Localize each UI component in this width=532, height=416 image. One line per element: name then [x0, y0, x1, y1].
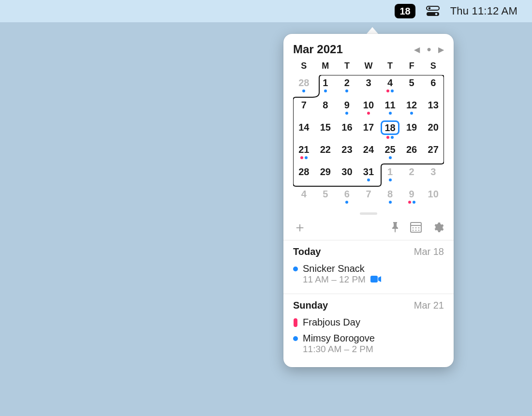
day-cell[interactable]: 24	[358, 142, 380, 164]
day-number: 26	[406, 144, 417, 155]
menubar-date-badge[interactable]: 18	[395, 4, 415, 18]
event-name: Frabjous Day	[303, 317, 360, 328]
control-center-icon[interactable]	[426, 6, 440, 16]
day-cell[interactable]: 1	[379, 164, 401, 186]
day-cell[interactable]: 3	[358, 75, 380, 97]
day-cell[interactable]: 27	[422, 142, 444, 164]
month-nav: ◀ ● ▶	[414, 45, 444, 54]
day-cell[interactable]: 9	[401, 186, 423, 208]
menubar-clock[interactable]: Thu 11:12 AM	[450, 5, 517, 17]
svg-point-11	[418, 230, 419, 231]
day-cell[interactable]: 28	[293, 75, 315, 97]
calendar-view-button[interactable]	[410, 222, 422, 233]
day-cell[interactable]: 6	[422, 75, 444, 97]
day-cell[interactable]: 5	[401, 75, 423, 97]
event-dots	[367, 112, 370, 116]
add-event-button[interactable]: ＋	[293, 222, 307, 233]
event-name: Mimsy Borogove	[303, 333, 375, 344]
event-dots	[345, 201, 348, 205]
day-number: 14	[298, 121, 309, 133]
settings-button[interactable]	[432, 222, 444, 233]
agenda-event[interactable]: Snicker Snack11 AM – 12 PM	[293, 261, 444, 288]
day-cell[interactable]: 7	[358, 186, 380, 208]
day-cell[interactable]: 10	[422, 186, 444, 208]
day-number: 10	[363, 99, 374, 111]
event-dots	[389, 201, 392, 205]
svg-rect-12	[370, 276, 378, 282]
agenda-event[interactable]: Frabjous Day	[293, 315, 444, 331]
day-cell[interactable]: 17	[358, 119, 380, 142]
day-cell[interactable]: 12	[401, 97, 423, 119]
day-cell[interactable]: 2	[401, 164, 423, 186]
day-cell[interactable]: 18	[379, 119, 401, 142]
day-cell[interactable]: 6	[336, 186, 358, 208]
dow-label: M	[315, 61, 337, 71]
agenda-section-date: Mar 21	[414, 300, 444, 311]
svg-point-10	[415, 230, 416, 231]
day-number: 5	[409, 77, 414, 89]
day-cell[interactable]: 13	[422, 97, 444, 119]
day-number: 3	[430, 166, 436, 178]
day-number: 25	[384, 144, 395, 155]
day-cell[interactable]: 5	[315, 186, 337, 208]
agenda-list: TodayMar 18Snicker Snack11 AM – 12 PMSun…	[293, 240, 444, 367]
day-cell[interactable]: 8	[315, 97, 337, 119]
agenda-section: SundayMar 21Frabjous DayMimsy Borogove11…	[293, 294, 444, 367]
day-number: 21	[298, 144, 309, 155]
day-number: 29	[320, 166, 331, 178]
event-marker-dot	[293, 267, 298, 271]
calendar-popover: Mar 2021 ◀ ● ▶ SMTWTFS 28123456789101112…	[283, 27, 454, 367]
day-cell[interactable]: 7	[293, 97, 315, 119]
day-cell[interactable]: 1	[315, 75, 337, 97]
day-cell[interactable]: 8	[379, 186, 401, 208]
day-cell[interactable]: 9	[336, 97, 358, 119]
day-cell[interactable]: 30	[336, 164, 358, 186]
day-cell[interactable]: 26	[401, 142, 423, 164]
event-dots	[389, 156, 392, 160]
agenda-section-header: TodayMar 18	[293, 246, 444, 257]
pin-button[interactable]	[391, 222, 399, 233]
day-cell[interactable]: 4	[293, 186, 315, 208]
day-number: 1	[387, 166, 393, 178]
day-number: 28	[298, 166, 309, 178]
day-cell[interactable]: 29	[315, 164, 337, 186]
prev-month-button[interactable]: ◀	[414, 45, 420, 54]
menubar: 18 Thu 11:12 AM	[0, 0, 532, 22]
svg-point-9	[413, 230, 414, 231]
day-cell[interactable]: 14	[293, 119, 315, 142]
day-cell[interactable]: 10	[358, 97, 380, 119]
day-cell[interactable]: 20	[422, 119, 444, 142]
day-cell[interactable]: 22	[315, 142, 337, 164]
day-cell[interactable]: 21	[293, 142, 315, 164]
event-dots	[302, 89, 305, 93]
day-cell[interactable]: 31	[358, 164, 380, 186]
day-number: 6	[430, 77, 436, 89]
day-cell[interactable]: 4	[379, 75, 401, 97]
svg-point-7	[415, 227, 416, 228]
day-number: 31	[363, 166, 374, 178]
day-cell[interactable]: 11	[379, 97, 401, 119]
day-cell[interactable]: 23	[336, 142, 358, 164]
day-cell[interactable]: 28	[293, 164, 315, 186]
resize-handle[interactable]	[360, 212, 377, 215]
event-dots	[389, 178, 392, 182]
day-cell[interactable]: 16	[336, 119, 358, 142]
svg-point-1	[428, 7, 430, 10]
day-cell[interactable]: 15	[315, 119, 337, 142]
dow-label: W	[358, 61, 380, 71]
day-number: 10	[428, 188, 439, 200]
day-cell[interactable]: 25	[379, 142, 401, 164]
agenda-section-title: Sunday	[293, 300, 328, 311]
day-cell[interactable]: 2	[336, 75, 358, 97]
day-cell[interactable]: 3	[422, 164, 444, 186]
event-marker-pill	[294, 318, 297, 327]
event-dots	[408, 201, 415, 205]
day-cell[interactable]: 19	[401, 119, 423, 142]
day-number: 12	[406, 99, 417, 111]
next-month-button[interactable]: ▶	[438, 45, 444, 54]
event-dots	[386, 136, 394, 140]
today-dot-button[interactable]: ●	[427, 45, 431, 54]
video-call-icon[interactable]	[370, 274, 381, 285]
agenda-event[interactable]: Mimsy Borogove11:30 AM – 2 PM	[293, 331, 444, 357]
svg-point-6	[413, 227, 414, 228]
